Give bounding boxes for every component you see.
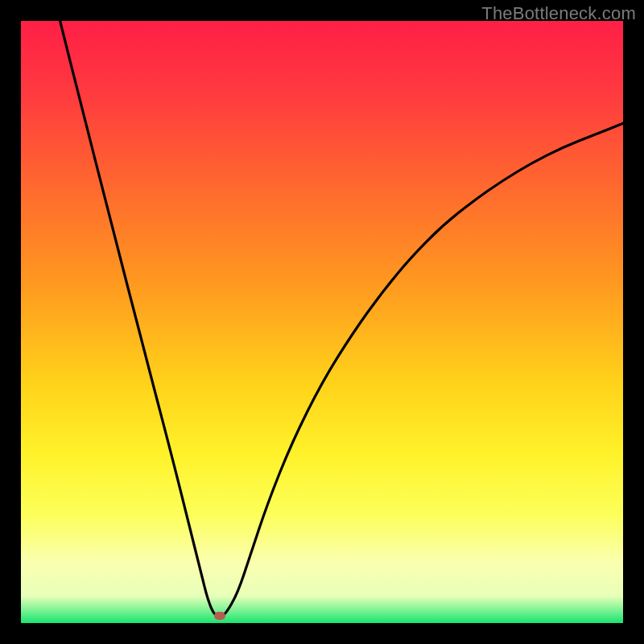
svg-rect-0 [21,21,623,623]
min-marker [214,612,225,620]
attribution-text: TheBottleneck.com [481,3,636,24]
chart-frame: TheBottleneck.com [0,0,644,644]
plot-area [21,21,623,623]
heat-gradient [21,21,623,623]
